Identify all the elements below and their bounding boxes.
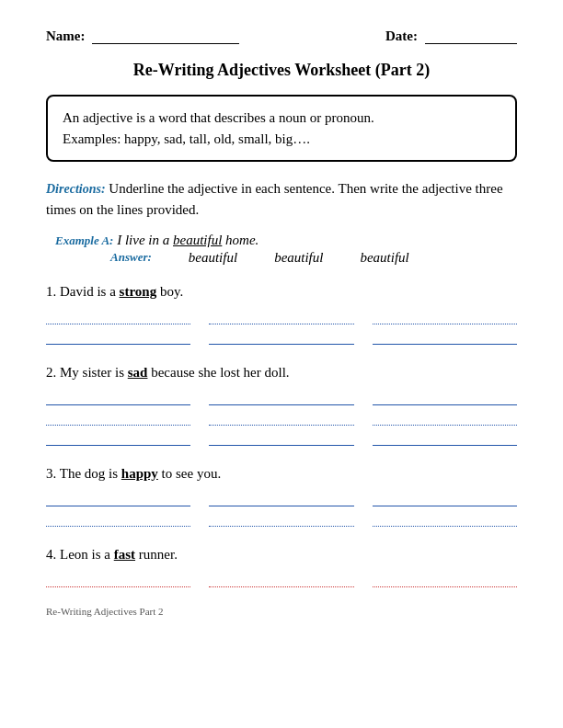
question-3-dotted-2[interactable]	[209, 510, 353, 527]
header-row: Name: Date:	[46, 28, 517, 44]
question-1-dotted-3[interactable]	[373, 308, 517, 324]
question-4-dotted-2[interactable]	[209, 571, 353, 587]
definition-examples: Examples: happy, sad, tall, old, small, …	[63, 131, 310, 146]
question-1-block: 1. David is a strong boy.	[46, 280, 517, 345]
answer-row: Answer: beautiful beautiful beautiful	[55, 250, 517, 266]
question-2-solid-row-2	[46, 429, 517, 446]
question-2-dotted-3[interactable]	[373, 409, 517, 426]
directions-label: Directions:	[46, 182, 106, 196]
name-label: Name:	[46, 28, 85, 44]
directions-section: Directions: Underline the adjective in e…	[46, 178, 517, 220]
question-3-solid-1[interactable]	[46, 490, 190, 506]
question-2-solid-row	[46, 389, 517, 405]
question-4-dotted-3[interactable]	[373, 571, 517, 587]
answer-word-2: beautiful	[274, 250, 323, 266]
question-4-dotted-1[interactable]	[46, 571, 190, 587]
name-input-line[interactable]	[92, 28, 239, 44]
example-label: Example A:	[55, 233, 113, 247]
definition-box: An adjective is a word that describes a …	[46, 95, 517, 162]
date-input-line[interactable]	[425, 28, 517, 44]
question-1-lines	[46, 308, 517, 345]
question-2-solid-4[interactable]	[46, 429, 190, 446]
question-4-number: 4.	[46, 547, 56, 562]
question-3-number: 3.	[46, 466, 56, 481]
question-1-solid-1[interactable]	[46, 328, 190, 345]
question-3-dotted-3[interactable]	[373, 510, 517, 527]
question-3-lines	[46, 490, 517, 527]
question-2-solid-3[interactable]	[373, 389, 517, 405]
name-field: Name:	[46, 28, 239, 44]
question-4-block: 4. Leon is a fast runner.	[46, 543, 517, 587]
question-4-dotted-row	[46, 571, 517, 587]
question-3-block: 3. The dog is happy to see you.	[46, 462, 517, 527]
answer-label: Answer:	[110, 250, 152, 266]
question-2-solid-6[interactable]	[373, 429, 517, 446]
question-3-solid-row	[46, 490, 517, 506]
question-2-block: 2. My sister is sad because she lost her…	[46, 361, 517, 446]
definition-text: An adjective is a word that describes a …	[63, 110, 374, 125]
example-section: Example A: I live in a beautiful home. A…	[46, 233, 517, 266]
date-label: Date:	[385, 28, 418, 44]
question-3-solid-2[interactable]	[209, 490, 353, 506]
question-2-dotted-1[interactable]	[46, 409, 190, 426]
question-1-dotted-2[interactable]	[209, 308, 353, 324]
question-3-adjective: happy	[121, 466, 158, 481]
question-2-solid-1[interactable]	[46, 389, 190, 405]
question-2-sentence: 2. My sister is sad because she lost her…	[46, 361, 517, 383]
question-2-number: 2.	[46, 365, 56, 380]
example-line: Example A: I live in a beautiful home.	[55, 233, 517, 248]
answer-word-1: beautiful	[189, 250, 237, 266]
footer-text: Re-Writing Adjectives Part 2	[46, 606, 164, 617]
question-1-sentence: 1. David is a strong boy.	[46, 280, 517, 302]
question-2-solid-2[interactable]	[209, 389, 353, 405]
answer-word-3: beautiful	[360, 250, 408, 266]
footer: Re-Writing Adjectives Part 2	[46, 606, 517, 617]
question-1-dotted-1[interactable]	[46, 308, 190, 324]
question-1-solid-3[interactable]	[373, 328, 517, 345]
question-3-sentence: 3. The dog is happy to see you.	[46, 462, 517, 484]
question-4-adjective: fast	[114, 547, 135, 562]
date-field: Date:	[385, 28, 517, 44]
question-3-dotted-row	[46, 510, 517, 527]
question-4-sentence: 4. Leon is a fast runner.	[46, 543, 517, 565]
question-2-solid-5[interactable]	[209, 429, 353, 446]
page-title: Re-Writing Adjectives Worksheet (Part 2)	[46, 61, 517, 80]
question-4-lines	[46, 571, 517, 587]
question-1-number: 1.	[46, 284, 56, 299]
question-1-solid-row	[46, 328, 517, 345]
question-1-dotted-row	[46, 308, 517, 324]
directions-text: Underline the adjective in each sentence…	[46, 181, 503, 217]
example-sentence: I live in a beautiful home.	[117, 233, 259, 247]
question-2-lines	[46, 389, 517, 446]
question-3-solid-3[interactable]	[373, 490, 517, 506]
example-adjective: beautiful	[173, 233, 222, 247]
question-3-dotted-1[interactable]	[46, 510, 190, 527]
question-2-dotted-row	[46, 409, 517, 426]
question-2-adjective: sad	[128, 365, 148, 380]
question-2-dotted-2[interactable]	[209, 409, 353, 426]
question-1-adjective: strong	[120, 284, 157, 299]
question-1-solid-2[interactable]	[209, 328, 353, 345]
